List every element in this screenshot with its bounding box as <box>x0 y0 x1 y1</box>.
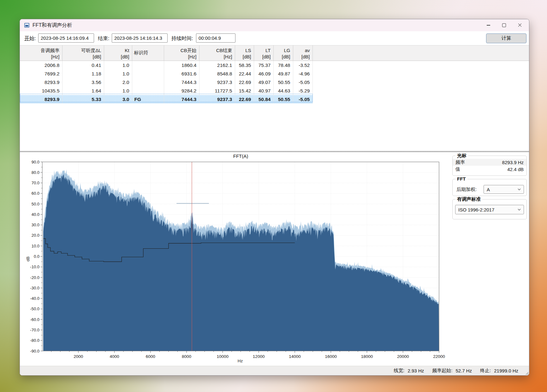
table-cell <box>132 61 164 70</box>
maximize-icon <box>502 23 506 27</box>
table-cell: 22.44 <box>235 69 254 78</box>
maximize-button[interactable] <box>496 19 512 31</box>
table-cell: 50.55 <box>273 95 293 104</box>
table-cell: 0.41 <box>62 61 104 70</box>
svg-text:6000: 6000 <box>146 354 155 359</box>
table-row[interactable]: 8293.93.562.07444.39237.322.6949.0750.55… <box>20 78 529 86</box>
minimize-icon <box>487 25 490 25</box>
window-title: FFT和有调声分析 <box>33 22 72 29</box>
freq-end-label: 终止: <box>480 368 491 374</box>
fft-group-title: FFT <box>455 176 467 181</box>
table-cell: 5.33 <box>62 95 104 104</box>
table-cell <box>132 86 164 95</box>
table-cell: 2006.8 <box>20 61 62 70</box>
minimize-button[interactable] <box>480 19 496 31</box>
svg-text:2000: 2000 <box>74 354 83 359</box>
table-cell: 49.87 <box>273 69 293 78</box>
resize-grip[interactable] <box>524 371 529 375</box>
cursor-value-value: 42.4 dB <box>507 167 524 172</box>
column-header: av[dB] <box>293 45 312 61</box>
chevron-down-icon <box>518 209 521 211</box>
svg-text:-20.0: -20.0 <box>30 275 39 280</box>
table-cell: 44.63 <box>273 86 293 95</box>
svg-text:12000: 12000 <box>253 354 265 359</box>
fft-chart[interactable]: -90.0-80.0-70.0-60.0-50.0-40.0-30.0-20.0… <box>20 152 455 365</box>
duration-label: 持续时间: <box>171 35 193 42</box>
svg-text:10.0: 10.0 <box>32 244 39 248</box>
svg-text:40.0: 40.0 <box>32 212 39 217</box>
y-axis-unit: dB <box>26 257 30 262</box>
svg-text:70.0: 70.0 <box>32 181 39 185</box>
chart-area: -90.0-80.0-70.0-60.0-50.0-40.0-30.0-20.0… <box>20 152 455 365</box>
svg-text:-10.0: -10.0 <box>30 264 39 269</box>
table-cell: 8293.9 <box>20 95 62 104</box>
desktop-background: FFT和有调声分析 开始: 结束: 持续时间: 计算 音调频率[Hz]可听度ΔL… <box>0 0 547 392</box>
standard-dropdown[interactable]: ISO 1996-2:2017 <box>455 205 524 214</box>
cursor-freq-row: 频率 8293.9 Hz <box>453 159 526 166</box>
linewidth-value: 2.93 Hz <box>408 368 424 373</box>
table-cell: 75.37 <box>254 61 273 70</box>
column-header: 可听度ΔL[dB] <box>62 45 104 61</box>
table-row[interactable]: 7699.21.181.06931.68548.822.4446.0949.87… <box>20 69 529 78</box>
svg-text:0.0: 0.0 <box>34 254 39 259</box>
table-cell: 78.48 <box>273 61 293 70</box>
column-header: LS[dB] <box>235 45 254 61</box>
table-cell: 11727.5 <box>199 86 235 95</box>
calculate-button[interactable]: 计算 <box>486 33 526 43</box>
header-filler <box>312 45 529 61</box>
table-row[interactable]: 2006.80.411.01860.42162.158.3575.3778.48… <box>20 61 529 70</box>
close-button[interactable] <box>512 19 528 31</box>
weighting-dropdown[interactable]: A <box>484 185 524 194</box>
start-label: 开始: <box>24 35 36 42</box>
svg-text:22000: 22000 <box>433 354 445 359</box>
svg-text:60.0: 60.0 <box>32 191 39 196</box>
weighting-value: A <box>487 187 490 192</box>
table-row-selected[interactable]: 8293.95.333.0FG7444.39237.322.6950.8450.… <box>20 95 529 104</box>
end-label: 结束: <box>98 35 109 42</box>
svg-text:20000: 20000 <box>397 354 409 359</box>
table-cell: 58.35 <box>235 61 254 70</box>
app-icon <box>24 23 29 28</box>
table-cell: 3.56 <box>62 78 104 86</box>
end-time-input[interactable] <box>112 33 168 43</box>
spectrum-avg <box>43 174 439 351</box>
svg-text:50.0: 50.0 <box>32 202 39 206</box>
column-header: 标识符 <box>132 45 164 61</box>
table-cell: 1.0 <box>104 61 132 70</box>
chevron-down-icon <box>518 188 521 190</box>
freq-end-value: 21999.0 Hz <box>494 368 518 373</box>
svg-text:18000: 18000 <box>361 354 373 359</box>
table-cell: 40.97 <box>254 86 273 95</box>
svg-text:-60.0: -60.0 <box>30 317 39 322</box>
table-cell: -4.96 <box>293 69 312 78</box>
svg-text:30.0: 30.0 <box>32 223 39 227</box>
svg-text:14000: 14000 <box>289 354 301 359</box>
table-cell: 1.0 <box>104 86 132 95</box>
column-header: 音调频率[Hz] <box>20 45 62 61</box>
standard-group-title: 有调声标准 <box>455 196 482 202</box>
svg-text:4000: 4000 <box>110 354 119 359</box>
svg-text:10000: 10000 <box>217 354 229 359</box>
svg-text:8000: 8000 <box>182 354 191 359</box>
table-cell: 1860.4 <box>164 61 199 70</box>
window-controls <box>480 19 528 31</box>
table-cell: -3.52 <box>293 61 312 70</box>
start-time-input[interactable] <box>38 33 94 43</box>
x-axis-unit: Hz <box>238 359 243 363</box>
svg-text:80.0: 80.0 <box>32 170 39 175</box>
svg-text:-80.0: -80.0 <box>30 338 39 343</box>
cursor-value-label: 值 <box>455 166 460 172</box>
table-cell: 7699.2 <box>20 69 62 78</box>
svg-text:20.0: 20.0 <box>32 233 39 238</box>
svg-text:90.0: 90.0 <box>32 160 39 164</box>
duration-input[interactable] <box>196 33 235 43</box>
table-cell: -5.05 <box>293 95 312 104</box>
table-cell: 22.69 <box>235 78 254 86</box>
freq-start-value: 52.7 Hz <box>455 368 472 373</box>
table-header-row: 音调频率[Hz]可听度ΔL[dB]Kt[dB]标识符CB开始[Hz]CB结束[H… <box>20 45 529 61</box>
standard-value: ISO 1996-2:2017 <box>458 207 494 212</box>
table-cell: 46.09 <box>254 69 273 78</box>
fft-group: FFT 后期加权: A <box>452 179 527 196</box>
tone-table-el: 音调频率[Hz]可听度ΔL[dB]Kt[dB]标识符CB开始[Hz]CB结束[H… <box>20 45 529 104</box>
table-row[interactable]: 10435.51.641.09284.211727.515.4240.9744.… <box>20 86 529 95</box>
